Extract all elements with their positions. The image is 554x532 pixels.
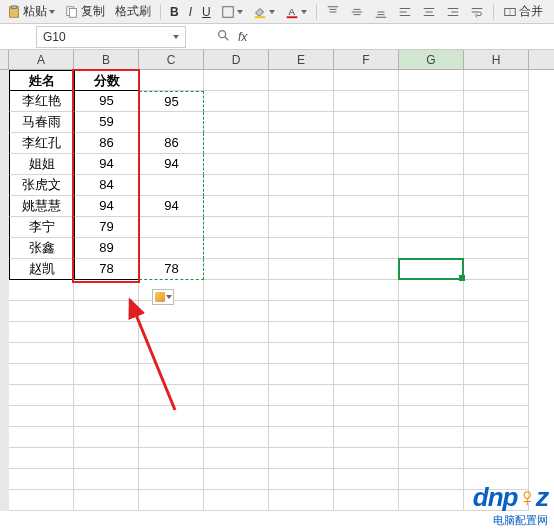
align-center-button[interactable] bbox=[419, 4, 439, 20]
cell[interactable] bbox=[399, 175, 464, 196]
font-color-button[interactable]: A bbox=[282, 4, 310, 20]
cell[interactable] bbox=[464, 280, 529, 301]
cell[interactable] bbox=[9, 448, 74, 469]
cell[interactable]: 89 bbox=[74, 238, 139, 259]
cell[interactable] bbox=[9, 385, 74, 406]
cell[interactable] bbox=[204, 91, 269, 112]
cell[interactable] bbox=[464, 70, 529, 91]
cell[interactable] bbox=[9, 490, 74, 511]
cell[interactable] bbox=[139, 364, 204, 385]
cell[interactable] bbox=[269, 91, 334, 112]
align-middle-button[interactable] bbox=[347, 4, 367, 20]
paste-options-button[interactable] bbox=[152, 289, 174, 305]
cell[interactable] bbox=[334, 469, 399, 490]
cell[interactable] bbox=[74, 490, 139, 511]
col-header-D[interactable]: D bbox=[204, 50, 269, 69]
cell[interactable]: 赵凯 bbox=[9, 259, 74, 280]
cell[interactable] bbox=[464, 406, 529, 427]
cell[interactable] bbox=[464, 154, 529, 175]
cell[interactable]: 84 bbox=[74, 175, 139, 196]
cell[interactable] bbox=[334, 343, 399, 364]
cell[interactable]: 张鑫 bbox=[9, 238, 74, 259]
cell[interactable] bbox=[204, 406, 269, 427]
cell[interactable] bbox=[464, 343, 529, 364]
fx-icon[interactable]: fx bbox=[238, 30, 247, 44]
cell[interactable] bbox=[464, 133, 529, 154]
cell[interactable] bbox=[204, 343, 269, 364]
cell[interactable] bbox=[9, 469, 74, 490]
merge-button[interactable]: 合并 bbox=[500, 2, 546, 21]
cell[interactable] bbox=[334, 322, 399, 343]
cell[interactable] bbox=[74, 301, 139, 322]
cell[interactable] bbox=[464, 259, 529, 280]
cell[interactable] bbox=[399, 91, 464, 112]
cell[interactable] bbox=[334, 364, 399, 385]
cell[interactable]: 李宁 bbox=[9, 217, 74, 238]
cell[interactable] bbox=[139, 343, 204, 364]
italic-button[interactable]: I bbox=[186, 4, 195, 20]
cell[interactable] bbox=[269, 280, 334, 301]
underline-button[interactable]: U bbox=[199, 4, 214, 20]
cell[interactable]: 78 bbox=[139, 259, 204, 280]
cell[interactable] bbox=[139, 448, 204, 469]
cell[interactable] bbox=[399, 301, 464, 322]
cell[interactable]: 94 bbox=[74, 154, 139, 175]
cell[interactable] bbox=[9, 364, 74, 385]
cell[interactable] bbox=[139, 385, 204, 406]
cell[interactable] bbox=[399, 427, 464, 448]
cell[interactable]: 95 bbox=[74, 91, 139, 112]
cell[interactable] bbox=[204, 385, 269, 406]
cell[interactable] bbox=[399, 154, 464, 175]
cell[interactable] bbox=[269, 196, 334, 217]
cell[interactable] bbox=[74, 469, 139, 490]
cell[interactable] bbox=[269, 343, 334, 364]
cell[interactable] bbox=[399, 238, 464, 259]
cell[interactable] bbox=[399, 196, 464, 217]
cell[interactable] bbox=[204, 259, 269, 280]
cell[interactable] bbox=[269, 301, 334, 322]
cell[interactable]: 分数 bbox=[74, 70, 139, 91]
cell[interactable] bbox=[334, 154, 399, 175]
cell[interactable] bbox=[399, 385, 464, 406]
cell[interactable] bbox=[269, 490, 334, 511]
cell[interactable] bbox=[399, 217, 464, 238]
cell[interactable] bbox=[399, 343, 464, 364]
cell[interactable] bbox=[464, 385, 529, 406]
cell[interactable] bbox=[399, 259, 464, 280]
cell[interactable] bbox=[334, 301, 399, 322]
cell[interactable] bbox=[269, 427, 334, 448]
cell[interactable] bbox=[334, 91, 399, 112]
cell[interactable]: 94 bbox=[139, 154, 204, 175]
align-bottom-button[interactable] bbox=[371, 4, 391, 20]
cell[interactable] bbox=[334, 427, 399, 448]
cell[interactable] bbox=[204, 364, 269, 385]
bold-button[interactable]: B bbox=[167, 4, 182, 20]
col-header-A[interactable]: A bbox=[9, 50, 74, 69]
cell[interactable] bbox=[464, 112, 529, 133]
cell[interactable] bbox=[399, 406, 464, 427]
cell[interactable] bbox=[269, 112, 334, 133]
cell[interactable] bbox=[74, 427, 139, 448]
cell[interactable] bbox=[204, 154, 269, 175]
cell[interactable] bbox=[9, 427, 74, 448]
cell[interactable] bbox=[9, 343, 74, 364]
cell[interactable] bbox=[139, 70, 204, 91]
cell[interactable] bbox=[464, 91, 529, 112]
cell[interactable] bbox=[9, 280, 74, 301]
cell[interactable] bbox=[139, 112, 204, 133]
cell[interactable] bbox=[334, 112, 399, 133]
cell[interactable] bbox=[269, 259, 334, 280]
cell[interactable]: 59 bbox=[74, 112, 139, 133]
cell[interactable] bbox=[334, 385, 399, 406]
align-left-button[interactable] bbox=[395, 4, 415, 20]
cell[interactable] bbox=[74, 280, 139, 301]
cell[interactable] bbox=[74, 406, 139, 427]
cell[interactable] bbox=[204, 133, 269, 154]
cell[interactable] bbox=[74, 448, 139, 469]
cell[interactable] bbox=[269, 175, 334, 196]
cell[interactable] bbox=[269, 406, 334, 427]
cell[interactable] bbox=[204, 469, 269, 490]
col-header-C[interactable]: C bbox=[139, 50, 204, 69]
cell[interactable]: 李红艳 bbox=[9, 91, 74, 112]
cell[interactable]: 马春雨 bbox=[9, 112, 74, 133]
